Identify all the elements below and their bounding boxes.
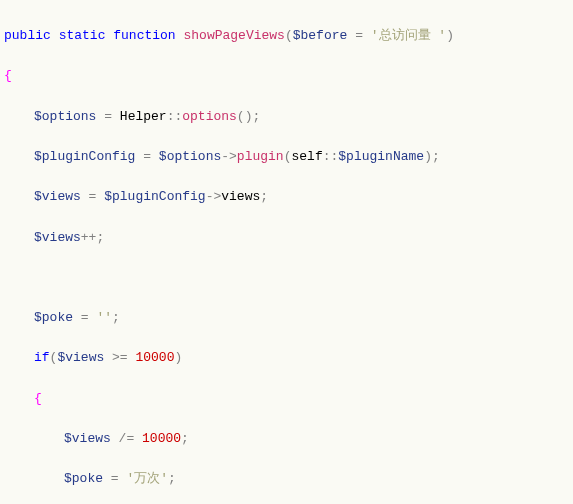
code-line: $poke = '万次'; bbox=[4, 469, 569, 489]
variable: $options bbox=[159, 149, 221, 164]
variable: $pluginConfig bbox=[104, 189, 205, 204]
number: 10000 bbox=[142, 431, 181, 446]
variable: $poke bbox=[64, 471, 103, 486]
operator: = bbox=[135, 149, 158, 164]
string: '' bbox=[96, 310, 112, 325]
string: '万次' bbox=[126, 471, 168, 486]
paren: ); bbox=[424, 149, 440, 164]
code-line: $views++; bbox=[4, 228, 569, 248]
operator: = bbox=[103, 471, 126, 486]
operator: -> bbox=[206, 189, 222, 204]
keyword-public: public bbox=[4, 28, 51, 43]
code-line: $pluginConfig = $options->plugin(self::$… bbox=[4, 147, 569, 167]
variable: $poke bbox=[34, 310, 73, 325]
operator: = bbox=[73, 310, 96, 325]
keyword-if: if bbox=[34, 350, 50, 365]
keyword-static: static bbox=[59, 28, 106, 43]
brace: { bbox=[4, 68, 12, 83]
variable: $pluginName bbox=[338, 149, 424, 164]
class: self bbox=[291, 149, 322, 164]
variable: $views bbox=[64, 431, 111, 446]
operator: >= bbox=[104, 350, 135, 365]
paren: ) bbox=[174, 350, 182, 365]
variable: $before bbox=[293, 28, 348, 43]
code-line: { bbox=[4, 389, 569, 409]
code-line: $views /= 10000; bbox=[4, 429, 569, 449]
string: '总访问量 ' bbox=[371, 28, 446, 43]
property: views bbox=[221, 189, 260, 204]
paren: ) bbox=[446, 28, 454, 43]
variable: $views bbox=[34, 189, 81, 204]
operator: /= bbox=[111, 431, 142, 446]
operator: = bbox=[347, 28, 370, 43]
paren: (); bbox=[237, 109, 260, 124]
variable: $views bbox=[34, 230, 81, 245]
method: plugin bbox=[237, 149, 284, 164]
operator: = bbox=[81, 189, 104, 204]
brace: { bbox=[34, 391, 42, 406]
code-line: { bbox=[4, 66, 569, 86]
operator: ++; bbox=[81, 230, 104, 245]
number: 10000 bbox=[135, 350, 174, 365]
code-line: $views = $pluginConfig->views; bbox=[4, 187, 569, 207]
code-line: public static function showPageViews($be… bbox=[4, 26, 569, 46]
class: Helper bbox=[120, 109, 167, 124]
operator: -> bbox=[221, 149, 237, 164]
operator: :: bbox=[323, 149, 339, 164]
semicolon: ; bbox=[181, 431, 189, 446]
method: options bbox=[182, 109, 237, 124]
code-block: public static function showPageViews($be… bbox=[4, 6, 569, 504]
variable: $options bbox=[34, 109, 96, 124]
code-line: $options = Helper::options(); bbox=[4, 107, 569, 127]
code-line-blank bbox=[4, 268, 569, 288]
keyword-function: function bbox=[113, 28, 175, 43]
variable: $views bbox=[57, 350, 104, 365]
semicolon: ; bbox=[168, 471, 176, 486]
semicolon: ; bbox=[260, 189, 268, 204]
function-name: showPageViews bbox=[183, 28, 284, 43]
paren: ( bbox=[285, 28, 293, 43]
variable: $pluginConfig bbox=[34, 149, 135, 164]
code-line: $poke = ''; bbox=[4, 308, 569, 328]
operator: = bbox=[96, 109, 119, 124]
semicolon: ; bbox=[112, 310, 120, 325]
operator: :: bbox=[167, 109, 183, 124]
code-line: if($views >= 10000) bbox=[4, 348, 569, 368]
